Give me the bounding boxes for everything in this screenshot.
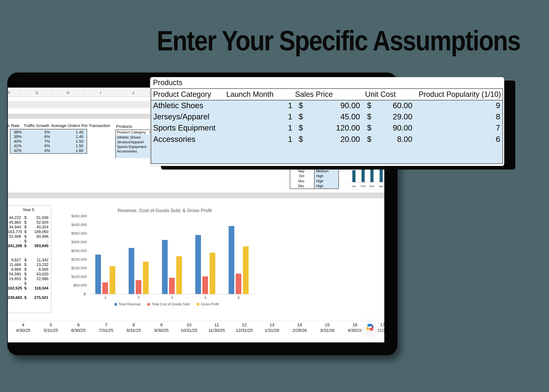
year-summary-cell[interactable]: 238,683 (8, 295, 21, 300)
popup-launch-month-cell[interactable]: 1 (261, 111, 292, 122)
year-summary-cell[interactable]: 118,344 (29, 286, 49, 290)
assumptions-cell[interactable]: 1.40 (59, 130, 83, 134)
seasonality-row[interactable]: OctHigh (290, 174, 338, 178)
year-summary-cell[interactable]: - (8, 281, 21, 286)
year-summary-cell[interactable]: 22,686 (29, 277, 49, 281)
y-axis-tick-label: $250,000 (70, 249, 87, 253)
seasonality-row[interactable]: DecHigh (290, 184, 338, 188)
popup-unit-cost-cell[interactable]: 60.00 (380, 100, 412, 111)
seasonality-month-cell[interactable]: Sep (290, 169, 304, 173)
seasonality-row[interactable]: SepMedium (290, 169, 338, 173)
currency-symbol: $ (24, 281, 27, 286)
year-summary-cell[interactable]: 393,845 (29, 244, 49, 248)
seasonality-level-cell[interactable]: High (316, 174, 323, 178)
year-summary-cell[interactable]: 341,208 (8, 244, 21, 248)
popup-sales-price-cell[interactable]: 90.00 (314, 100, 360, 111)
popup-sales-price-cell[interactable]: 20.00 (314, 134, 360, 145)
year-summary-cell[interactable]: 34,944 (8, 225, 21, 229)
year-summary-cell[interactable]: 11,342 (29, 258, 49, 262)
popup-product-row[interactable]: Sports Equipment1$120.00$90.007 (151, 122, 503, 133)
assumptions-cell[interactable]: 1.50 (59, 139, 83, 143)
assumptions-row[interactable]: 42%4%1.60 (10, 148, 87, 153)
seasonality-month-cell[interactable]: Nov (290, 179, 304, 183)
assumptions-cell[interactable]: 6% (30, 144, 50, 148)
assumptions-row[interactable]: 40%7%1.50 (10, 139, 87, 143)
products-list-item[interactable]: Accessories (117, 149, 137, 154)
column-header-j[interactable]: J (129, 89, 137, 97)
popup-category-cell[interactable]: Sports Equipment (153, 122, 216, 133)
seasonality-level-cell[interactable]: High (316, 184, 323, 188)
popup-product-row[interactable]: Jerseys/Apparel1$45.00$29.008 (151, 111, 503, 122)
seasonality-table[interactable]: SepMediumOctHighNovHighDecHigh (290, 167, 339, 189)
year-summary-cell[interactable]: 275,501 (29, 295, 49, 300)
year-summary-cell[interactable]: 189,060 (29, 230, 49, 234)
assumptions-cell[interactable]: 40% (10, 139, 21, 143)
year-summary-cell[interactable]: 45,864 (8, 220, 21, 224)
column-header-f[interactable]: F (8, 89, 13, 97)
popup-launch-month-cell[interactable]: 1 (261, 100, 292, 111)
popup-unit-cost-cell[interactable]: 90.00 (380, 122, 412, 133)
assumptions-cell[interactable]: 1.60 (59, 148, 83, 153)
assumptions-cell[interactable]: 5% (30, 130, 50, 134)
assumptions-cell[interactable]: 4% (30, 148, 50, 153)
column-header-i[interactable]: I (97, 89, 105, 97)
seasonality-month-cell[interactable]: Oct (290, 174, 304, 178)
year-summary-cell[interactable]: 163,770 (8, 230, 21, 234)
copilot-button[interactable] (366, 323, 374, 332)
assumptions-cell[interactable]: 38% (10, 130, 21, 134)
assumptions-cell[interactable]: 41% (10, 144, 21, 148)
year-summary-cell[interactable]: 6,989 (8, 267, 21, 272)
assumptions-cell[interactable]: 1.50 (59, 144, 83, 148)
year-summary-cell[interactable]: 9,827 (8, 258, 21, 262)
seasonality-level-cell[interactable]: High (316, 179, 323, 183)
year-summary-cell[interactable]: 52,408 (8, 234, 21, 238)
products-list-item[interactable]: Sports Equipment (117, 144, 147, 149)
column-header-g[interactable]: G (33, 89, 41, 97)
products-list-item[interactable]: Athletic Shoes (117, 135, 141, 140)
seasonality-level-cell[interactable]: Medium (316, 169, 329, 173)
popup-popularity-cell[interactable]: 8 (496, 111, 500, 122)
year-summary-cell[interactable]: 51,039 (29, 215, 49, 220)
year-summary-cell[interactable]: 102,525 (8, 286, 21, 290)
popup-product-row[interactable]: Athletic Shoes1$90.00$60.009 (151, 100, 503, 111)
assumptions-cell[interactable]: 1.40 (59, 134, 83, 139)
year-summary-cell[interactable]: 11,466 (8, 262, 21, 267)
year-summary-cell[interactable]: - (29, 239, 49, 243)
year-summary-cell[interactable]: - (8, 239, 21, 243)
assumptions-row[interactable]: 39%6%1.40 (10, 134, 87, 139)
popup-product-row[interactable]: Accessories1$20.00$8.006 (151, 134, 503, 145)
seasonality-row[interactable]: NovHigh (290, 179, 338, 183)
popup-popularity-cell[interactable]: 6 (496, 134, 500, 145)
year-summary-cell[interactable]: 52,926 (29, 220, 49, 224)
products-list-item[interactable]: Jerseys/Apparel (117, 140, 143, 144)
popup-unit-cost-cell[interactable]: 8.00 (380, 134, 412, 145)
popup-unit-cost-cell[interactable]: 29.00 (380, 111, 412, 122)
popup-launch-month-cell[interactable]: 1 (261, 134, 292, 145)
year-summary-cell[interactable]: 40,324 (29, 225, 49, 229)
year-summary-cell[interactable]: 44,222 (8, 215, 21, 220)
assumptions-row[interactable]: 38%5%1.40 (10, 130, 87, 134)
popup-sales-price-cell[interactable]: 120.00 (314, 122, 360, 133)
year-summary-cell[interactable]: 54,590 (8, 272, 21, 276)
assumptions-row[interactable]: 41%6%1.50 (10, 144, 87, 148)
popup-sales-price-cell[interactable]: 45.00 (314, 111, 360, 122)
popup-launch-month-cell[interactable]: 1 (261, 122, 292, 133)
year-summary-cell[interactable]: 60,496 (29, 234, 49, 238)
popup-popularity-cell[interactable]: 7 (496, 122, 500, 133)
year-summary-cell[interactable]: - (29, 281, 49, 286)
assumptions-cell[interactable]: 7% (30, 139, 50, 143)
popup-popularity-cell[interactable]: 9 (496, 100, 500, 111)
year-summary-cell[interactable]: 63,020 (29, 272, 49, 276)
popup-category-cell[interactable]: Accessories (153, 134, 196, 145)
year-summary-cell[interactable]: 19,653 (8, 277, 21, 281)
year-summary-cell[interactable]: 13,232 (29, 262, 49, 267)
year-summary-cell[interactable]: 8,065 (29, 267, 49, 272)
seasonality-month-cell[interactable]: Dec (290, 184, 304, 188)
assumptions-cell[interactable]: 42% (10, 148, 21, 153)
assumptions-table[interactable]: 38%5%1.4039%6%1.4040%7%1.5041%6%1.5042%4… (10, 129, 87, 154)
popup-category-cell[interactable]: Athletic Shoes (153, 100, 203, 111)
popup-category-cell[interactable]: Jerseys/Apparel (153, 111, 209, 122)
column-header-h[interactable]: H (64, 89, 72, 97)
assumptions-cell[interactable]: 39% (10, 134, 21, 139)
assumptions-cell[interactable]: 6% (30, 134, 50, 139)
